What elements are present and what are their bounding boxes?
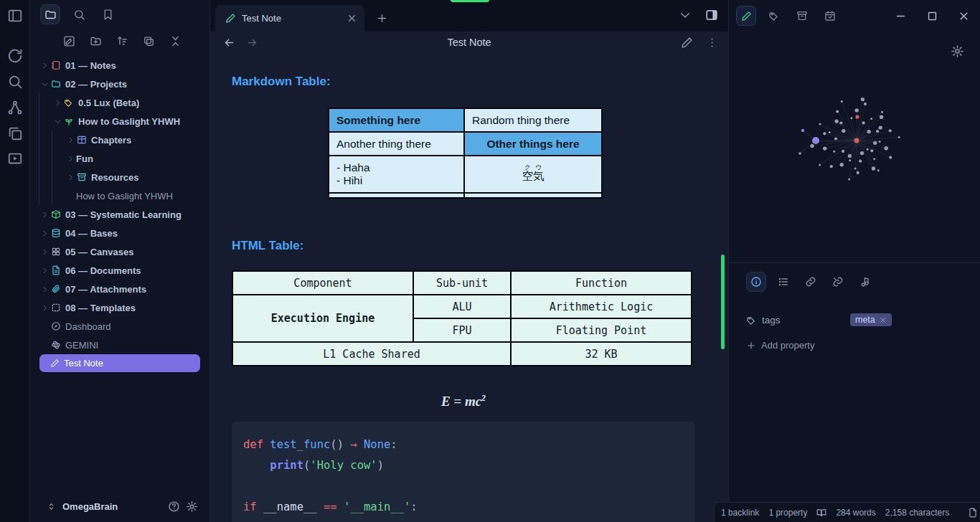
tree-item-02-projects[interactable]: 02 — Projects [30, 75, 209, 93]
chevron-right-icon[interactable] [52, 97, 63, 108]
document-status-icon[interactable] [968, 508, 978, 518]
settings-button[interactable] [185, 500, 198, 513]
info-tab[interactable] [746, 272, 766, 292]
tree-item-gemini[interactable]: GEMINI [30, 336, 209, 354]
word-count[interactable]: 284 words [836, 508, 875, 518]
audio-tab[interactable] [855, 272, 875, 292]
property-key[interactable]: tags [746, 315, 850, 326]
collapse-all-icon[interactable] [169, 35, 182, 47]
add-property-button[interactable]: Add property [746, 340, 980, 351]
tree-item-07-attachments[interactable]: 07 — Attachments [30, 280, 209, 298]
chevron-right-icon[interactable] [39, 209, 50, 220]
presentation-icon[interactable] [7, 151, 23, 167]
list-tab[interactable] [773, 272, 793, 292]
code-block[interactable]: def test_func() → None: print('Holy cow'… [232, 422, 695, 522]
graph-view[interactable] [729, 32, 980, 262]
tree-item-test-note-selected[interactable]: Test Note [39, 354, 200, 372]
bookmarks-tab[interactable] [98, 4, 118, 24]
tree-item-01-notes[interactable]: 01 — Notes [30, 56, 209, 75]
tree-item-fun[interactable]: Fun [30, 149, 209, 168]
tree-item-06-documents[interactable]: 06 — Documents [30, 261, 209, 280]
scrollbar-thumb[interactable] [721, 255, 725, 349]
chevron-right-icon[interactable] [39, 246, 50, 257]
chevron-right-icon[interactable] [39, 227, 50, 239]
tree-item-gaslight-note[interactable]: How to Gaslight YHWH [30, 186, 209, 205]
indent-guide [39, 168, 52, 186]
tree-item-label: Dashboard [65, 321, 111, 332]
tree-item-dashboard[interactable]: Dashboard [30, 317, 209, 336]
close-window-icon[interactable] [958, 10, 970, 22]
package-icon [50, 209, 62, 220]
remove-tag-icon[interactable] [879, 316, 887, 324]
table-cell[interactable]: Another thing there [329, 132, 464, 156]
backlinks-tab[interactable] [828, 272, 848, 292]
tag-chip-meta[interactable]: meta [850, 313, 892, 326]
tags-pane-tab[interactable] [764, 6, 784, 26]
stack-icon[interactable] [143, 35, 155, 47]
tree-item-05-canvases[interactable]: 05 — Canvases [30, 242, 209, 261]
close-tab-icon[interactable] [347, 13, 357, 24]
files-tab[interactable] [40, 4, 60, 24]
tree-item-08-templates[interactable]: 08 — Templates [30, 298, 209, 317]
more-options-icon[interactable] [706, 37, 718, 49]
panel-right-toggle-icon[interactable] [705, 9, 718, 22]
tree-item-lux-beta[interactable]: 0.5 Lux (Beta) [30, 93, 209, 112]
note-editor[interactable]: Markdown Table: Something here Random th… [210, 53, 728, 522]
chevron-down-icon[interactable] [39, 78, 50, 90]
table-cell[interactable]: - Haha - Hihi [329, 156, 464, 193]
archive-pane-tab[interactable] [792, 6, 812, 26]
tree-item-chapters[interactable]: Chapters [30, 130, 209, 149]
chevron-right-icon[interactable] [65, 153, 76, 164]
chevron-right-icon[interactable] [65, 171, 76, 183]
tree-item-resources[interactable]: Resources [30, 168, 209, 186]
tab-bar: Test Note [210, 0, 728, 32]
table-cell[interactable]: 空気クウ [464, 156, 602, 193]
search-tab[interactable] [69, 4, 89, 24]
minimize-icon[interactable] [895, 10, 907, 22]
graph-settings-gear-icon[interactable] [951, 44, 964, 58]
tree-item-gaslight-folder[interactable]: How to Gaslight YHWH [30, 112, 209, 130]
tree-item-03-systematic-learning[interactable]: 03 — Systematic Learning [30, 205, 209, 224]
back-arrow-icon[interactable] [223, 37, 235, 49]
code-line [243, 476, 684, 497]
property-count[interactable]: 1 property [768, 508, 807, 518]
chevron-right-icon[interactable] [39, 283, 50, 295]
graph-icon[interactable] [7, 100, 23, 115]
sort-icon[interactable] [116, 35, 128, 47]
edit-mode-icon[interactable] [681, 37, 693, 49]
table-cell[interactable]: Other things here [464, 132, 602, 156]
chevron-right-icon[interactable] [65, 134, 76, 146]
vault-switcher[interactable]: OmegaBrain [30, 490, 209, 522]
table-cell: FPU [413, 318, 511, 342]
outgoing-links-tab[interactable] [801, 272, 821, 292]
tab-list-chevron-icon[interactable] [679, 9, 692, 22]
app-window: 01 — Notes 02 — Projects 0.5 Lux (Beta) … [0, 0, 980, 522]
character-count[interactable]: 2,158 characters [885, 508, 949, 518]
table-cell[interactable]: Random thing there [464, 108, 602, 132]
new-folder-icon[interactable] [90, 35, 102, 47]
tree-item-04-bases[interactable]: 04 — Bases [30, 224, 209, 242]
tree-item-label: 04 — Bases [65, 228, 118, 239]
property-row-tags[interactable]: tags meta [746, 309, 980, 331]
chevron-down-icon[interactable] [52, 115, 63, 127]
backlink-count[interactable]: 1 backlink [721, 508, 759, 518]
calendar-pane-tab[interactable] [820, 6, 840, 26]
files-icon[interactable] [7, 125, 23, 141]
sync-icon[interactable] [7, 48, 23, 64]
panel-left-toggle-icon[interactable] [7, 8, 23, 24]
maximize-icon[interactable] [926, 10, 938, 22]
table-cell[interactable]: Something here [329, 108, 464, 132]
book-open-icon[interactable] [816, 508, 826, 518]
chevron-right-icon[interactable] [39, 265, 50, 276]
new-tab-icon[interactable] [376, 12, 388, 24]
help-button[interactable] [167, 500, 180, 513]
search-icon[interactable] [7, 74, 23, 90]
chevron-right-icon[interactable] [39, 60, 50, 71]
editor-pane-tab[interactable] [736, 6, 756, 26]
table-cell [329, 193, 464, 198]
chevron-right-icon[interactable] [39, 302, 50, 313]
forward-arrow-icon[interactable] [246, 37, 258, 49]
tab-test-note[interactable]: Test Note [215, 5, 364, 32]
status-bar: 1 backlink 1 property 284 words 2,158 ch… [714, 502, 980, 522]
new-note-icon[interactable] [63, 35, 75, 47]
